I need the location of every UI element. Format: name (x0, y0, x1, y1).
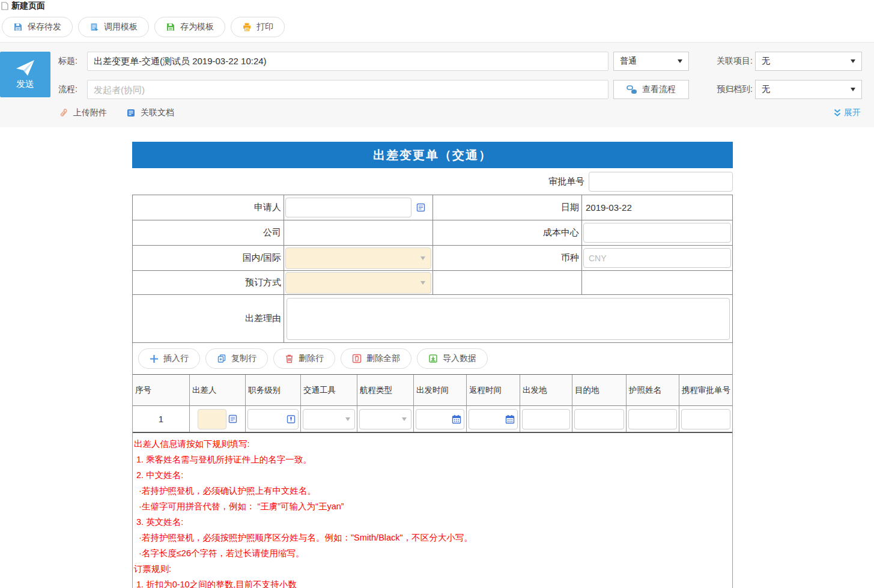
prearchive-label: 预归档到: (708, 84, 753, 95)
caret-down-icon (420, 256, 425, 260)
delete-all-button[interactable]: 删除全部 (341, 348, 411, 369)
prearchive-select[interactable]: 无 (755, 80, 862, 99)
col-traveler: 出差人 (190, 375, 246, 405)
note-line: 2. 中文姓名: (134, 467, 731, 483)
note-line: 1. 折扣为0-10之间的整数,目前不支持小数 (134, 577, 731, 588)
date-value: 2019-03-22 (583, 202, 632, 213)
save-as-template-button[interactable]: 存为模板 (154, 17, 225, 37)
col-transport: 交通工具 (301, 375, 357, 405)
cost-center-label: 成本中心 (433, 220, 582, 246)
person-picker-icon[interactable] (416, 203, 425, 212)
link-document-button[interactable]: 关联文档 (126, 108, 174, 118)
empty-cell (433, 271, 582, 295)
copy-row-label: 复制行 (231, 353, 256, 364)
load-template-label: 调用模板 (104, 22, 138, 32)
person-picker-icon[interactable] (228, 414, 237, 423)
expand-button[interactable]: 展开 (833, 108, 861, 118)
note-line: ·名字长度≤26个字符，若过长请使用缩写。 (134, 545, 731, 561)
import-data-button[interactable]: 导入数据 (417, 348, 488, 369)
template-load-icon (90, 22, 99, 32)
col-route-type: 航程类型 (357, 375, 414, 405)
page-title: 新建页面 (11, 1, 45, 11)
caret-down-icon (851, 88, 855, 91)
related-project-select[interactable]: 无 (755, 52, 862, 71)
caret-down-icon (851, 59, 855, 63)
note-line: 出差人信息请按如下规则填写: (134, 436, 731, 452)
detail-table-header: 序号 出差人 职务级别 交通工具 航程类型 出发时间 返程时间 出发地 目的地 … (133, 374, 732, 406)
import-icon (428, 354, 438, 363)
passport-name-input[interactable] (628, 409, 677, 429)
load-template-button[interactable]: 调用模板 (78, 17, 149, 37)
save-floppy-green-icon (166, 22, 175, 32)
col-ctrip-approval-no: 携程审批单号 (679, 375, 732, 405)
trip-reason-textarea[interactable] (287, 298, 730, 340)
header-panel: 发送 标题: 普通 关联项目: 无 流程: 查看流程 预归档到: 无 (0, 43, 874, 127)
booking-method-select[interactable] (285, 272, 431, 294)
job-level-picker-icon[interactable] (287, 414, 296, 423)
prearchive-value: 无 (762, 84, 770, 95)
print-button[interactable]: 打印 (231, 17, 285, 37)
col-job-level: 职务级别 (246, 375, 301, 405)
plus-icon (150, 354, 159, 363)
route-type-select[interactable] (359, 409, 411, 429)
upload-attachment-button[interactable]: 上传附件 (58, 108, 107, 118)
company-label: 公司 (133, 220, 284, 246)
toolbar: 保存待发 调用模板 存为模板 打印 (0, 12, 874, 43)
traveler-notes: 出差人信息请按如下规则填写: 1. 乘客姓名需与登机所持证件上的名字一致。 2.… (133, 433, 732, 588)
row-actions: 插入行 复制行 删除行 删除全部 (133, 343, 732, 374)
region-select[interactable] (285, 247, 431, 269)
caret-down-icon (402, 417, 407, 421)
paperclip-icon (58, 108, 68, 118)
view-flow-button[interactable]: 查看流程 (613, 80, 689, 99)
priority-select[interactable]: 普通 (613, 52, 689, 71)
approval-no-input[interactable] (589, 172, 733, 192)
calendar-icon[interactable] (452, 414, 461, 424)
origin-input[interactable] (522, 409, 570, 429)
page-icon (1, 2, 8, 10)
caret-down-icon (678, 59, 682, 63)
company-value-cell (284, 220, 433, 246)
trash-icon (285, 354, 294, 363)
flow-input[interactable] (87, 80, 608, 99)
upload-attachment-label: 上传附件 (73, 108, 107, 118)
delete-row-button[interactable]: 删除行 (273, 348, 335, 369)
ctrip-approval-no-input[interactable] (681, 409, 730, 429)
save-pending-button[interactable]: 保存待发 (2, 17, 73, 37)
delete-row-label: 删除行 (299, 353, 324, 364)
save-floppy-blue-icon (13, 22, 23, 32)
flow-label: 流程: (58, 84, 85, 95)
booking-method-label: 预订方式 (133, 271, 284, 295)
col-origin: 出发地 (520, 375, 572, 405)
empty-cell (582, 271, 732, 295)
note-line: ·若持护照登机，必须确认护照上有中文姓名。 (134, 483, 731, 499)
related-project-label: 关联项目: (708, 56, 753, 67)
printer-icon (242, 22, 252, 32)
traveler-input[interactable] (198, 409, 226, 429)
calendar-icon[interactable] (505, 414, 515, 424)
col-passport-name: 护照姓名 (627, 375, 679, 405)
save-pending-label: 保存待发 (28, 22, 61, 32)
caret-down-icon (345, 417, 350, 421)
detail-section: 插入行 复制行 删除行 删除全部 (132, 343, 733, 588)
applicant-input[interactable] (285, 198, 411, 217)
row-seq: 1 (159, 414, 163, 424)
trip-info-table: 申请人 日期 2019-03-22 公司 成本中心 国内/国际 币种 (132, 195, 733, 343)
cost-center-input[interactable] (583, 223, 731, 243)
insert-row-button[interactable]: 插入行 (138, 348, 200, 369)
transport-select[interactable] (303, 409, 355, 429)
view-flow-label: 查看流程 (642, 84, 676, 95)
priority-value: 普通 (620, 56, 637, 67)
approval-row: 审批单号 (132, 168, 733, 195)
link-document-label: 关联文档 (141, 108, 174, 118)
title-input[interactable] (87, 52, 608, 71)
destination-input[interactable] (574, 409, 624, 429)
window-titlebar: 新建页面 (0, 0, 874, 12)
copy-row-button[interactable]: 复制行 (205, 348, 268, 369)
date-label: 日期 (433, 195, 582, 220)
import-data-label: 导入数据 (443, 353, 476, 364)
detail-table-row: 1 (133, 406, 732, 433)
currency-input[interactable] (583, 248, 731, 268)
expand-label: 展开 (844, 108, 861, 118)
print-label: 打印 (256, 22, 273, 32)
linked-doc-icon (126, 108, 136, 118)
